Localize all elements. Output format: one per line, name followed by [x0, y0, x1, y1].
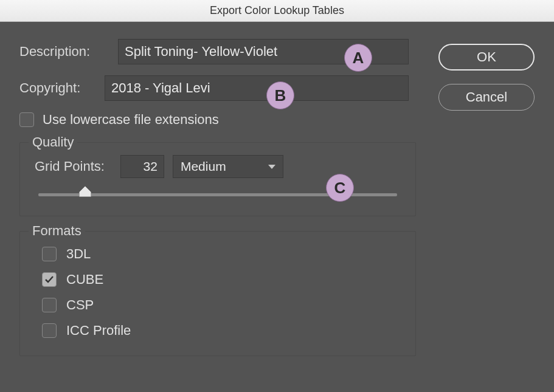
annotation-a: A [344, 44, 372, 72]
dialog-title: Export Color Lookup Tables [210, 4, 344, 17]
format-item: ICC Profile [42, 323, 401, 339]
annotation-b: B [266, 81, 294, 109]
description-label: Description: [19, 44, 111, 60]
check-icon [44, 275, 54, 284]
format-item: CUBE [42, 272, 401, 287]
copyright-input[interactable] [105, 75, 409, 101]
quality-preset-value: Medium [181, 159, 226, 174]
cancel-button[interactable]: Cancel [438, 84, 535, 111]
format-item: 3DL [42, 246, 401, 262]
lowercase-checkbox[interactable] [19, 112, 34, 127]
format-checkbox-3dl[interactable] [42, 247, 57, 261]
annotation-c: C [326, 174, 354, 202]
slider-thumb[interactable] [79, 186, 91, 197]
format-checkbox-csp[interactable] [42, 298, 57, 312]
format-label: 3DL [66, 246, 91, 262]
format-item: CSP [42, 297, 401, 313]
quality-preset-select[interactable]: Medium [173, 155, 283, 178]
grid-points-input[interactable] [120, 155, 164, 178]
format-label: ICC Profile [66, 323, 131, 339]
dialog-titlebar: Export Color Lookup Tables [0, 0, 554, 22]
ok-button[interactable]: OK [438, 44, 535, 70]
formats-group: Formats 3DLCUBECSPICC Profile [19, 231, 416, 356]
copyright-label: Copyright: [19, 80, 97, 96]
formats-legend: Formats [29, 223, 85, 239]
grid-points-label: Grid Points: [35, 159, 105, 174]
format-label: CUBE [66, 272, 103, 287]
format-checkbox-cube[interactable] [42, 272, 57, 287]
chevron-down-icon [268, 165, 275, 169]
format-checkbox-icc-profile[interactable] [42, 323, 57, 338]
format-label: CSP [66, 297, 94, 313]
quality-legend: Quality [29, 134, 77, 150]
lowercase-label: Use lowercase file extensions [43, 112, 219, 128]
quality-group: Quality Grid Points: Medium [19, 142, 416, 216]
